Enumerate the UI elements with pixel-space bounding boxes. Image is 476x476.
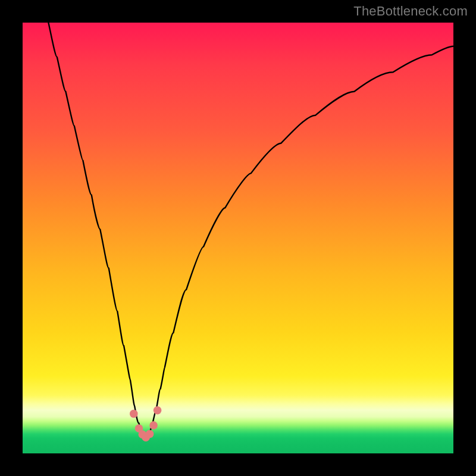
marker-dot xyxy=(146,430,154,439)
marker-dot xyxy=(149,421,158,430)
trough-markers xyxy=(130,406,161,441)
marker-dot xyxy=(154,406,162,415)
watermark-text: TheBottleneck.com xyxy=(353,4,468,19)
plot-area xyxy=(23,23,453,453)
chart-stage: TheBottleneck.com xyxy=(0,0,476,476)
curve-layer xyxy=(23,23,453,453)
bottleneck-curve xyxy=(48,23,453,439)
marker-dot xyxy=(130,410,138,418)
